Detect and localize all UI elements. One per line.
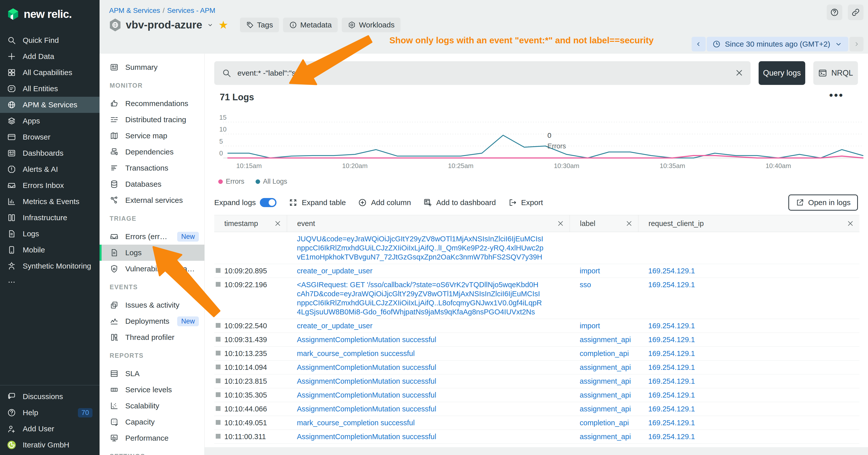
entity-chevron-down-icon[interactable] — [207, 22, 214, 29]
subnav-item-external-services[interactable]: External services — [99, 192, 205, 208]
log-row[interactable]: 10:09:31.439AssignmentCompletionMutation… — [214, 333, 860, 347]
event-link[interactable]: <ASGIRequest: GET '/sso/callback/?state=… — [297, 280, 564, 289]
remove-column-request-client-ip-button[interactable] — [846, 220, 855, 228]
event-link[interactable]: mark_course_completion successful — [297, 349, 564, 358]
subnav-item-capacity[interactable]: Capacity — [99, 414, 205, 430]
log-query-input[interactable] — [237, 68, 743, 77]
log-row[interactable]: 10:09:22.196<ASGIRequest: GET '/sso/call… — [214, 278, 860, 319]
ip-link[interactable]: 169.254.129.1 — [648, 363, 855, 372]
legend-all-logs[interactable]: All Logs — [255, 177, 287, 186]
row-select-square[interactable] — [216, 268, 220, 273]
ip-link[interactable]: 169.254.129.1 — [648, 404, 855, 414]
label-link[interactable]: assignment_api — [580, 377, 633, 386]
sidebar-item-synthetic-monitoring[interactable]: Synthetic Monitoring — [0, 258, 99, 274]
new-relic-logo[interactable]: new relic. — [0, 0, 99, 23]
label-link[interactable]: completion_api — [580, 349, 633, 358]
remove-column-event-button[interactable] — [557, 220, 564, 228]
label-link[interactable]: import — [580, 321, 633, 330]
label-link[interactable]: import — [580, 266, 633, 275]
time-range-dropdown[interactable]: Since 30 minutes ago (GMT+2) — [707, 37, 848, 52]
subnav-item-recommendations[interactable]: Recommendations — [99, 96, 205, 111]
ip-link[interactable]: 169.254.129.1 — [648, 418, 855, 427]
legend-errors[interactable]: Errors — [218, 177, 245, 186]
row-select-square[interactable] — [216, 434, 220, 438]
sidebar-item-quick-find[interactable]: Quick Find — [0, 32, 99, 48]
row-select-square[interactable] — [216, 364, 220, 369]
event-link[interactable]: AssignmentCompletionMutation successful — [297, 432, 564, 441]
time-back-button[interactable] — [691, 37, 706, 52]
open-in-logs-button[interactable]: Open in logs — [788, 195, 858, 210]
sidebar-item-all-capabilities[interactable]: All Capabilities — [0, 65, 99, 80]
log-row[interactable]: 10:10:13.235mark_course_completion succe… — [214, 347, 860, 360]
sidebar-footer-discussions[interactable]: Discussions — [0, 389, 99, 404]
sidebar-item-errors-inbox[interactable]: Errors Inbox — [0, 177, 99, 194]
breadcrumb-apm-services[interactable]: APM & Services — [109, 6, 160, 14]
sidebar-item-add-data[interactable]: Add Data — [0, 48, 99, 65]
ip-link[interactable]: 169.254.129.1 — [648, 280, 855, 289]
event-link[interactable]: nppcCI6IkRlZmxhdGUiLCJzZXIiOiIxLjAifQ..l… — [297, 243, 564, 253]
event-link[interactable]: AssignmentCompletionMutation successful — [297, 377, 564, 386]
row-select-square[interactable] — [216, 337, 220, 342]
ip-link[interactable]: 169.254.129.1 — [648, 390, 855, 399]
row-select-square[interactable] — [216, 323, 220, 328]
subnav-item-service-levels[interactable]: Service levels — [99, 382, 205, 398]
label-link[interactable]: assignment_api — [580, 390, 633, 399]
log-row[interactable]: 10:10:14.094AssignmentCompletionMutation… — [214, 360, 860, 375]
sidebar-item-logs[interactable]: Logs — [0, 226, 99, 242]
event-link[interactable]: nppcCI6IkRlZmxhdGUiLCJzZXIiOiIxLjAifQ..L… — [297, 298, 564, 307]
subnav-item-logs[interactable]: Logs — [99, 245, 205, 261]
subnav-item-summary[interactable]: Summary — [99, 59, 205, 75]
panel-menu-ellipsis[interactable]: ••• — [829, 89, 844, 101]
clear-query-icon[interactable] — [735, 68, 744, 77]
label-link[interactable]: completion_api — [580, 418, 633, 427]
subnav-item-scalability[interactable]: Scalability — [99, 398, 205, 414]
add-column-button[interactable]: Add column — [358, 198, 411, 207]
time-forward-button[interactable] — [849, 37, 864, 52]
sidebar-item-more[interactable] — [0, 274, 99, 290]
subnav-item-vulnerability-management[interactable]: Vulnerability Management — [99, 261, 205, 277]
ip-link[interactable]: 169.254.129.1 — [648, 266, 855, 275]
metadata-button[interactable]: Metadata — [283, 18, 338, 32]
ip-link[interactable]: 169.254.129.1 — [648, 377, 855, 386]
remove-column-label-button[interactable] — [625, 220, 633, 228]
log-row[interactable]: 10:11:00.311AssignmentCompletionMutation… — [214, 430, 860, 444]
log-row[interactable]: JUQVU&code=eyJraWQiOiJjcGItY29yZV8wOTl1M… — [214, 232, 860, 264]
sidebar-item-apps[interactable]: Apps — [0, 113, 99, 129]
help-button[interactable] — [827, 4, 842, 20]
log-row[interactable]: 10:09:20.895create_or_update_userimport1… — [214, 264, 860, 278]
subnav-item-deployments[interactable]: DeploymentsNew — [99, 313, 205, 329]
row-select-square[interactable] — [216, 406, 220, 411]
ip-link[interactable]: 169.254.129.1 — [648, 335, 855, 344]
row-select-square[interactable] — [216, 392, 220, 397]
sidebar-item-browser[interactable]: Browser — [0, 129, 99, 145]
log-row[interactable]: 10:10:23.815AssignmentCompletionMutation… — [214, 375, 860, 388]
nrql-button[interactable]: NRQL — [813, 61, 858, 85]
log-row[interactable]: 10:10:49.051mark_course_completion succe… — [214, 416, 860, 430]
event-link[interactable]: create_or_update_user — [297, 321, 564, 330]
sidebar-item-apm-services[interactable]: APM & Services — [0, 97, 99, 113]
ip-link[interactable]: 169.254.129.1 — [648, 321, 855, 330]
expand-table-button[interactable]: Expand table — [288, 198, 346, 207]
event-link[interactable]: JUQVU&code=eyJraWQiOiJjcGItY29yZV8wOTl1M… — [297, 234, 564, 243]
subnav-item-sla[interactable]: SLA — [99, 365, 205, 382]
breadcrumb-services-apm[interactable]: Services - APM — [167, 6, 215, 14]
sidebar-item-mobile[interactable]: Mobile — [0, 242, 99, 258]
subnav-item-performance[interactable]: Performance — [99, 430, 205, 446]
sidebar-item-alerts-ai[interactable]: Alerts & AI — [0, 161, 99, 177]
sidebar-item-metrics-events[interactable]: Metrics & Events — [0, 194, 99, 209]
log-row[interactable]: 10:10:35.305AssignmentCompletionMutation… — [214, 388, 860, 402]
row-select-square[interactable] — [216, 420, 220, 425]
event-link[interactable]: create_or_update_user — [297, 266, 564, 275]
label-link[interactable]: assignment_api — [580, 363, 633, 372]
sidebar-footer-iterativ-gmbh[interactable]: Iterativ GmbH — [0, 437, 99, 453]
ip-link[interactable]: 169.254.129.1 — [648, 432, 855, 441]
sidebar-footer-add-user[interactable]: Add User — [0, 421, 99, 437]
ip-link[interactable]: 169.254.129.1 — [648, 349, 855, 358]
add-to-dashboard-button[interactable]: Add to dashboard — [423, 198, 496, 207]
query-logs-button[interactable]: Query logs — [758, 61, 805, 85]
event-link[interactable]: AssignmentCompletionMutation successful — [297, 390, 564, 399]
favorite-star-icon[interactable]: ★ — [218, 20, 228, 31]
subnav-item-dependencies[interactable]: Dependencies — [99, 144, 205, 160]
workloads-button[interactable]: Workloads — [342, 18, 401, 32]
sidebar-item-dashboards[interactable]: Dashboards — [0, 145, 99, 161]
